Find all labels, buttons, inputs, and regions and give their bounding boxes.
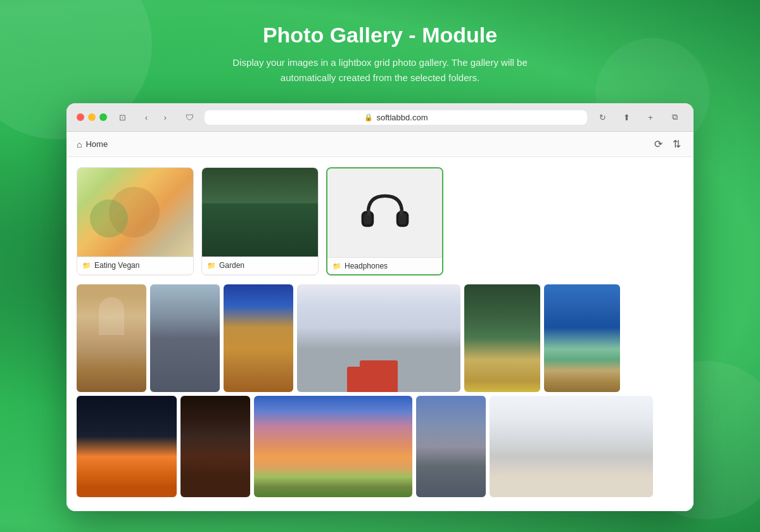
share-button[interactable]: ⬆	[618, 110, 635, 125]
sort-button[interactable]: ⇅	[670, 137, 683, 151]
food-image	[77, 168, 193, 256]
folder-garden[interactable]: 📁 Garden	[201, 167, 319, 276]
home-icon: ⌂	[77, 139, 82, 149]
photo-city-night[interactable]	[77, 396, 177, 497]
folder-preview-headphones	[327, 168, 442, 257]
photo-row-1	[77, 284, 683, 392]
gallery-area: 📁 Eating Vegan 📁 Garden	[66, 157, 694, 511]
folder-label-garden: 📁 Garden	[202, 256, 318, 274]
file-toolbar: ⌂ Home ⟳ ⇅	[66, 132, 694, 157]
headphones-icon	[357, 187, 414, 238]
folder-preview-garden	[202, 168, 318, 256]
photo-shop[interactable]	[180, 396, 250, 497]
new-tab-button[interactable]: +	[642, 110, 659, 125]
photo-arch[interactable]	[77, 284, 146, 392]
minimize-button[interactable]	[88, 113, 96, 121]
photo-sunset[interactable]	[254, 396, 412, 497]
folder-preview-food	[77, 168, 193, 256]
breadcrumb-home: Home	[86, 139, 108, 149]
breadcrumb: ⌂ Home	[77, 139, 108, 149]
photo-coast[interactable]	[544, 284, 620, 392]
folder-row: 📁 Eating Vegan 📁 Garden	[77, 167, 683, 276]
page-subtitle: Display your images in a lightbox grid p…	[215, 55, 545, 86]
folder-label-eating: 📁 Eating Vegan	[77, 256, 193, 274]
svg-rect-5	[400, 210, 403, 216]
photo-person[interactable]	[464, 284, 540, 392]
refresh-gallery-button[interactable]: ⟳	[652, 137, 665, 151]
photo-snow[interactable]	[297, 284, 460, 392]
browser-chrome: ⊡ ‹ › 🛡 🔒 softlabbd.com ↻ ⬆ + ⧉	[66, 103, 694, 132]
toolbar-actions: ⟳ ⇅	[652, 137, 683, 151]
photo-mountain[interactable]	[416, 396, 486, 497]
folder-icon: 📁	[207, 262, 216, 270]
browser-content: ⌂ Home ⟳ ⇅ 📁 Eating Vegan	[66, 132, 694, 511]
folder-icon: 📁	[82, 262, 91, 270]
maximize-button[interactable]	[99, 113, 107, 121]
traffic-lights	[77, 113, 107, 121]
photo-row-2	[77, 396, 683, 497]
folder-icon: 📁	[332, 262, 341, 270]
folder-eating-vegan[interactable]: 📁 Eating Vegan	[77, 167, 194, 276]
folder-label-headphones: 📁 Headphones	[327, 257, 442, 274]
url-text: softlabbd.com	[377, 113, 428, 122]
headphones-image	[327, 168, 442, 257]
tabs-overview-button[interactable]: ⧉	[666, 110, 683, 125]
photo-office[interactable]	[490, 396, 653, 497]
folder-name-garden: Garden	[219, 261, 244, 270]
folder-name-eating: Eating Vegan	[94, 261, 139, 270]
lock-icon: 🔒	[364, 113, 373, 122]
address-bar[interactable]: 🔒 softlabbd.com	[205, 110, 587, 125]
close-button[interactable]	[77, 113, 84, 121]
header: Photo Gallery - Module Display your imag…	[0, 0, 760, 103]
garden-image	[202, 168, 318, 256]
photo-winter[interactable]	[150, 284, 220, 392]
page-title: Photo Gallery - Module	[0, 23, 760, 48]
nav-buttons: ‹ ›	[137, 110, 174, 125]
sidebar-toggle-button[interactable]: ⊡	[113, 110, 131, 125]
shield-button[interactable]: 🛡	[180, 110, 198, 125]
browser-window: ⊡ ‹ › 🛡 🔒 softlabbd.com ↻ ⬆ + ⧉ ⌂ Home ⟳…	[66, 103, 694, 511]
refresh-button[interactable]: ↻	[593, 110, 611, 125]
forward-button[interactable]: ›	[156, 110, 174, 125]
svg-rect-4	[367, 210, 370, 216]
folder-headphones[interactable]: 📁 Headphones	[326, 167, 443, 276]
folder-name-headphones: Headphones	[345, 262, 388, 270]
photo-building[interactable]	[224, 284, 293, 392]
back-button[interactable]: ‹	[137, 110, 155, 125]
